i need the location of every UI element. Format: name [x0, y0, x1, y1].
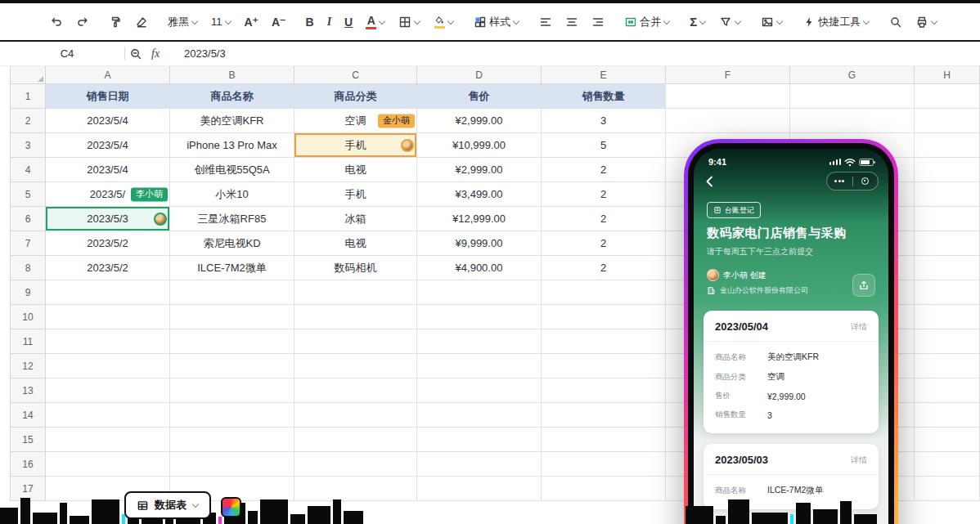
cell[interactable]: 美的空调KFR: [170, 109, 294, 133]
cell[interactable]: [294, 452, 417, 477]
fill-color-button[interactable]: [429, 12, 458, 32]
cell[interactable]: [915, 133, 980, 158]
cell[interactable]: [46, 305, 170, 329]
cell[interactable]: [417, 428, 542, 452]
cell[interactable]: ¥9,999.00: [417, 231, 542, 256]
align-center-button[interactable]: [561, 12, 582, 32]
header-cell[interactable]: 销售数量: [542, 84, 666, 109]
cell[interactable]: 2023/5/4: [46, 133, 170, 158]
column-header-H[interactable]: H: [915, 66, 980, 84]
font-size-select[interactable]: 11: [207, 12, 236, 31]
cell[interactable]: [417, 477, 542, 501]
cell[interactable]: [542, 428, 666, 452]
card-detail-link[interactable]: 详情: [851, 321, 867, 333]
cell[interactable]: [915, 329, 980, 354]
underline-button[interactable]: U: [340, 12, 357, 32]
header-cell[interactable]: 售价: [417, 84, 542, 109]
cell[interactable]: 空调金小萌: [294, 109, 417, 133]
print-button[interactable]: [911, 12, 942, 32]
cell[interactable]: [915, 109, 980, 133]
row-header-13[interactable]: 13: [10, 378, 46, 403]
cell[interactable]: [294, 403, 417, 428]
row-header-9[interactable]: 9: [10, 280, 46, 305]
search-button[interactable]: [885, 12, 906, 32]
cell[interactable]: [417, 378, 542, 403]
cell[interactable]: [417, 452, 542, 477]
cell[interactable]: [170, 428, 294, 452]
cell[interactable]: 2: [542, 231, 666, 256]
cell[interactable]: [915, 280, 980, 305]
rainbow-app-icon[interactable]: [221, 497, 241, 517]
column-header-C[interactable]: C: [294, 66, 417, 84]
undo-button[interactable]: [46, 12, 67, 32]
row-header-10[interactable]: 10: [10, 305, 46, 329]
cell[interactable]: 三星冰箱RF85: [170, 207, 294, 231]
cell[interactable]: ¥10,999.00: [417, 133, 542, 158]
cell[interactable]: 2: [542, 256, 666, 280]
cell[interactable]: [790, 109, 915, 133]
bold-button[interactable]: B: [302, 12, 318, 32]
cell[interactable]: 2: [542, 182, 666, 207]
cell[interactable]: ¥4,900.00: [417, 256, 542, 280]
zoom-icon[interactable]: [125, 44, 146, 64]
cell[interactable]: 手机: [294, 133, 417, 158]
merge-cells-button[interactable]: 合并: [620, 11, 674, 33]
cell[interactable]: ¥12,999.00: [417, 207, 542, 231]
row-header-1[interactable]: 1: [10, 84, 46, 109]
cell[interactable]: [915, 231, 980, 256]
capsule-more-button[interactable]: [827, 180, 852, 182]
cell[interactable]: [46, 452, 170, 477]
row-header-16[interactable]: 16: [10, 452, 46, 477]
cell[interactable]: [417, 329, 542, 354]
cell[interactable]: [666, 109, 790, 133]
header-cell[interactable]: 销售日期: [46, 84, 170, 109]
redo-button[interactable]: [72, 12, 93, 32]
cell[interactable]: [170, 378, 294, 403]
cell[interactable]: [294, 428, 417, 452]
cell[interactable]: 冰箱: [294, 207, 417, 231]
row-header-2[interactable]: 2: [10, 109, 46, 133]
format-painter-button[interactable]: [105, 12, 126, 32]
align-left-button[interactable]: [535, 12, 556, 32]
cell[interactable]: 数码相机: [294, 256, 417, 280]
cell[interactable]: [294, 378, 417, 403]
column-header-G[interactable]: G: [790, 66, 915, 84]
formula-input[interactable]: 2023/5/3: [184, 47, 226, 60]
cell[interactable]: [542, 452, 666, 477]
cell[interactable]: ¥3,499.00: [417, 182, 542, 207]
cell[interactable]: [170, 452, 294, 477]
row-header-17[interactable]: 17: [10, 477, 46, 501]
cell[interactable]: [542, 329, 666, 354]
cell[interactable]: [915, 182, 980, 207]
cell[interactable]: [915, 428, 980, 452]
cell[interactable]: 2023/5/李小萌: [46, 182, 170, 207]
cell[interactable]: 2: [542, 207, 666, 231]
autosum-button[interactable]: Σ: [686, 11, 710, 32]
row-header-14[interactable]: 14: [10, 403, 46, 428]
header-cell[interactable]: 商品名称: [170, 84, 294, 109]
cell[interactable]: [294, 477, 417, 501]
cell[interactable]: [46, 329, 170, 354]
cell[interactable]: [915, 452, 980, 477]
cell[interactable]: [170, 305, 294, 329]
row-header-8[interactable]: 8: [10, 256, 46, 280]
record-card[interactable]: 2023/05/03 详情 商品名称ILCE-7M2微单: [704, 444, 879, 509]
cell[interactable]: ¥2,999.00: [417, 158, 542, 182]
cell[interactable]: 2023/5/2: [46, 256, 170, 280]
column-header-F[interactable]: F: [666, 66, 790, 84]
cell[interactable]: [170, 354, 294, 378]
capsule-circle-button[interactable]: [853, 177, 879, 185]
eraser-button[interactable]: [131, 12, 152, 32]
row-header-4[interactable]: 4: [10, 158, 46, 182]
cell[interactable]: 电视: [294, 231, 417, 256]
cell[interactable]: [542, 477, 666, 501]
cell[interactable]: [915, 403, 980, 428]
cell[interactable]: 2: [542, 158, 666, 182]
cell[interactable]: ¥2,999.00: [417, 109, 542, 133]
select-all-corner[interactable]: [10, 66, 46, 84]
cell[interactable]: [46, 354, 170, 378]
cell[interactable]: [294, 305, 417, 329]
cell[interactable]: 2023/5/4: [46, 109, 170, 133]
column-header-E[interactable]: E: [542, 66, 666, 84]
cell[interactable]: [915, 84, 980, 109]
